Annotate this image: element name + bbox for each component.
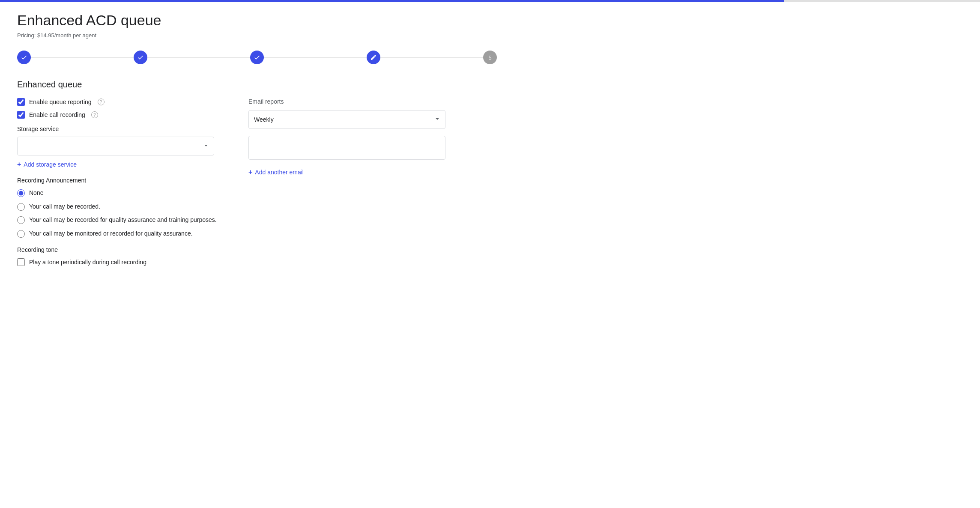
step-2[interactable]: [134, 51, 147, 64]
enable-queue-reporting-row: Enable queue reporting ?: [17, 98, 223, 106]
step-4[interactable]: [367, 51, 380, 64]
recording-tone-section: Recording tone Play a tone periodically …: [17, 246, 223, 266]
recording-option-none-radio[interactable]: [17, 189, 25, 197]
recording-tone-checkbox-row: Play a tone periodically during call rec…: [17, 258, 223, 266]
enable-call-recording-row: Enable call recording ?: [17, 111, 223, 119]
recording-option-quality-assurance-label: Your call may be recorded for quality as…: [29, 216, 217, 224]
enable-call-recording-checkbox[interactable]: [17, 111, 25, 119]
step-3[interactable]: [250, 51, 264, 64]
recording-announcement-label: Recording Announcement: [17, 177, 223, 184]
recording-tone-checkbox-label: Play a tone periodically during call rec…: [29, 259, 146, 266]
step-line-3: [264, 57, 367, 58]
recording-option-none-row: None: [17, 189, 223, 197]
storage-service-label: Storage service: [17, 126, 223, 132]
recording-option-monitored-label: Your call may be monitored or recorded f…: [29, 230, 193, 238]
left-column: Enable queue reporting ? Enable call rec…: [17, 98, 223, 266]
right-column: Email reports Weekly Daily Monthly + Add…: [248, 98, 497, 266]
step-line-4: [380, 57, 483, 58]
pricing-text: Pricing: $14.95/month per agent: [17, 32, 497, 39]
add-another-email-button[interactable]: + Add another email: [248, 168, 304, 176]
recording-option-quality-assurance-radio[interactable]: [17, 216, 25, 224]
recording-tone-checkbox[interactable]: [17, 258, 25, 266]
email-reports-label: Email reports: [248, 98, 497, 105]
top-bar: [0, 0, 980, 2]
page-title: Enhanced ACD queue: [17, 12, 497, 29]
recording-option-monitored-radio[interactable]: [17, 230, 25, 238]
add-email-plus-icon: +: [248, 168, 252, 176]
add-another-email-label: Add another email: [255, 169, 304, 176]
recording-tone-label: Recording tone: [17, 246, 223, 253]
section-title: Enhanced queue: [17, 80, 497, 90]
enable-call-recording-label: Enable call recording: [29, 111, 85, 118]
recording-option-monitored-row: Your call may be monitored or recorded f…: [17, 230, 223, 238]
enable-queue-reporting-label: Enable queue reporting: [29, 99, 92, 105]
add-storage-service-label: Add storage service: [24, 161, 77, 168]
recording-option-may-be-recorded-row: Your call may be recorded.: [17, 203, 223, 211]
step-line-2: [147, 57, 250, 58]
add-storage-plus-icon: +: [17, 161, 21, 168]
email-input[interactable]: [248, 136, 445, 160]
enable-queue-reporting-checkbox[interactable]: [17, 98, 25, 106]
main-content: Enable queue reporting ? Enable call rec…: [17, 98, 497, 266]
storage-service-wrapper: [17, 137, 214, 155]
step-5[interactable]: 5: [483, 51, 497, 64]
storage-service-select[interactable]: [17, 137, 214, 155]
frequency-select[interactable]: Weekly Daily Monthly: [248, 110, 445, 129]
progress-bar: [0, 0, 784, 2]
queue-reporting-help-icon[interactable]: ?: [98, 99, 105, 105]
call-recording-help-icon[interactable]: ?: [91, 111, 98, 118]
step-line-1: [31, 57, 134, 58]
recording-option-may-be-recorded-radio[interactable]: [17, 203, 25, 211]
step-1[interactable]: [17, 51, 31, 64]
stepper: 5: [17, 51, 497, 64]
recording-option-none-label: None: [29, 189, 43, 197]
page-container: Enhanced ACD queue Pricing: $14.95/month…: [0, 2, 514, 276]
weekly-select-wrapper: Weekly Daily Monthly: [248, 110, 445, 129]
add-storage-service-button[interactable]: + Add storage service: [17, 161, 77, 168]
recording-option-may-be-recorded-label: Your call may be recorded.: [29, 203, 100, 211]
recording-option-quality-assurance-row: Your call may be recorded for quality as…: [17, 216, 223, 224]
